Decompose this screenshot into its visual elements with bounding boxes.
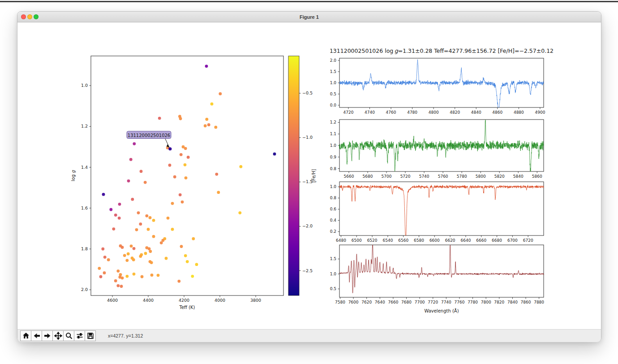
scatter-point[interactable]: [144, 252, 147, 255]
scatter-point[interactable]: [114, 214, 117, 217]
scatter-point[interactable]: [109, 208, 112, 211]
scatter-point[interactable]: [148, 247, 151, 250]
scatter-point[interactable]: [219, 92, 222, 95]
scatter-point[interactable]: [180, 153, 183, 156]
scatter-point[interactable]: [101, 248, 104, 251]
scatter-point[interactable]: [140, 170, 143, 173]
scatter-point[interactable]: [118, 203, 121, 206]
scatter-point[interactable]: [152, 235, 155, 238]
scatter-point[interactable]: [152, 219, 155, 222]
toolbar-back-button[interactable]: [31, 330, 42, 341]
close-button[interactable]: [21, 14, 26, 19]
scatter-point[interactable]: [120, 285, 123, 288]
spectrum-green-axes[interactable]: 5660568057005720574057605780580058205840…: [330, 120, 544, 179]
toolbar-home-button[interactable]: [20, 330, 31, 341]
zoom-window-button[interactable]: [34, 14, 39, 19]
scatter-point[interactable]: [121, 246, 124, 249]
scatter-point[interactable]: [114, 279, 117, 283]
scatter-point[interactable]: [137, 211, 140, 214]
scatter-point[interactable]: [186, 260, 189, 263]
scatter-point[interactable]: [173, 176, 176, 179]
annotated-scatter-point[interactable]: [168, 147, 172, 150]
scatter-point[interactable]: [181, 201, 184, 204]
scatter-point[interactable]: [180, 245, 183, 248]
scatter-point[interactable]: [102, 193, 105, 196]
scatter-point[interactable]: [214, 126, 217, 129]
scatter-point[interactable]: [107, 258, 110, 261]
scatter-point[interactable]: [139, 255, 142, 258]
scatter-point[interactable]: [123, 254, 126, 257]
scatter-point[interactable]: [141, 275, 144, 278]
scatter-point[interactable]: [184, 163, 187, 167]
spectrum-red-axes[interactable]: 6480650065206540656065806600662066406660…: [330, 182, 544, 243]
scatter-point[interactable]: [191, 275, 194, 278]
scatter-point[interactable]: [239, 165, 242, 168]
scatter-point[interactable]: [145, 214, 148, 218]
scatter-point[interactable]: [144, 181, 147, 184]
scatter-point[interactable]: [149, 216, 152, 219]
scatter-point[interactable]: [121, 276, 124, 279]
scatter-point[interactable]: [205, 118, 208, 121]
scatter-point[interactable]: [161, 239, 164, 242]
scatter-point[interactable]: [133, 273, 136, 276]
scatter-point[interactable]: [205, 64, 208, 68]
scatter-point[interactable]: [171, 228, 174, 231]
scatter-point[interactable]: [150, 274, 154, 277]
scatter-point[interactable]: [103, 271, 106, 274]
scatter-point[interactable]: [132, 258, 135, 261]
scatter-point[interactable]: [185, 176, 188, 180]
scatter-point[interactable]: [133, 247, 136, 250]
figure-svg[interactable]: 460044004200400038001.01.21.41.61.82.0Te…: [17, 22, 601, 329]
titlebar[interactable]: Figure 1: [17, 12, 601, 22]
scatter-point[interactable]: [177, 280, 180, 283]
scatter-point[interactable]: [130, 244, 133, 248]
scatter-point[interactable]: [135, 228, 138, 231]
scatter-point[interactable]: [125, 259, 129, 262]
scatter-point[interactable]: [129, 158, 133, 161]
scatter-point[interactable]: [103, 256, 107, 259]
minimize-button[interactable]: [27, 14, 32, 19]
scatter-point[interactable]: [150, 261, 153, 264]
scatter-point[interactable]: [133, 142, 136, 146]
scatter-point[interactable]: [158, 117, 161, 120]
scatter-point[interactable]: [210, 103, 214, 106]
scatter-point[interactable]: [157, 274, 160, 277]
scatter-point[interactable]: [165, 257, 168, 260]
spectrum-darkred-axes[interactable]: 7580760076207640766076807700772077407760…: [330, 245, 545, 313]
toolbar-zoom-button[interactable]: [63, 330, 74, 341]
scatter-point[interactable]: [116, 270, 120, 273]
scatter-point[interactable]: [195, 263, 198, 266]
scatter-point[interactable]: [207, 123, 210, 126]
scatter-point[interactable]: [168, 164, 172, 167]
scatter-point[interactable]: [127, 180, 130, 183]
scatter-point[interactable]: [215, 173, 218, 176]
scatter-point[interactable]: [179, 193, 182, 197]
scatter-point[interactable]: [238, 211, 241, 214]
toolbar-forward-button[interactable]: [42, 330, 53, 341]
scatter-point[interactable]: [184, 254, 187, 257]
scatter-point[interactable]: [179, 117, 182, 120]
scatter-point[interactable]: [204, 124, 207, 128]
scatter-point[interactable]: [127, 253, 130, 256]
scatter-point[interactable]: [167, 217, 170, 220]
scatter-point[interactable]: [192, 237, 195, 240]
toolbar-save-button[interactable]: [85, 330, 96, 341]
scatter-point[interactable]: [273, 153, 276, 156]
scatter-point[interactable]: [217, 191, 220, 194]
scatter-point[interactable]: [116, 284, 120, 287]
scatter-point[interactable]: [112, 227, 115, 231]
scatter-point[interactable]: [118, 217, 121, 220]
hr-scatter-axes[interactable]: 460044004200400038001.01.21.41.61.82.0Te…: [71, 56, 283, 310]
scatter-point[interactable]: [187, 156, 190, 159]
scatter-point[interactable]: [171, 202, 174, 205]
scatter-point[interactable]: [147, 228, 150, 231]
scatter-point[interactable]: [149, 250, 152, 253]
toolbar-pan-button[interactable]: [52, 330, 64, 341]
spectrum-blue-axes[interactable]: 4720474047604780480048204840486048804900…: [330, 58, 545, 115]
scatter-point[interactable]: [125, 275, 129, 278]
scatter-point[interactable]: [139, 223, 142, 226]
figure-canvas[interactable]: 460044004200400038001.01.21.41.61.82.0Te…: [17, 22, 601, 329]
scatter-point[interactable]: [131, 198, 134, 201]
scatter-point[interactable]: [98, 267, 101, 270]
scatter-point[interactable]: [99, 275, 103, 278]
